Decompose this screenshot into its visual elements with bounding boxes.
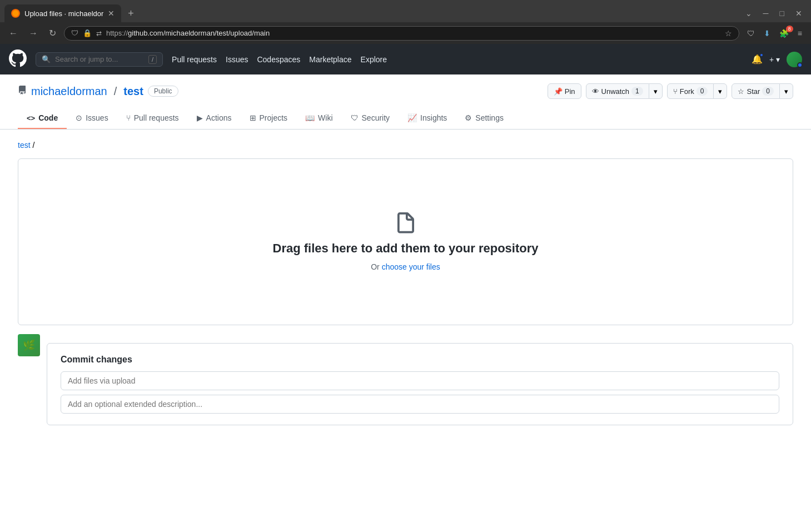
insights-tab-icon: 📈 xyxy=(407,113,417,122)
eye-icon: 👁 xyxy=(592,87,599,96)
unwatch-button[interactable]: 👁 Unwatch 1 xyxy=(586,83,649,99)
fork-button[interactable]: ⑂ Fork 0 xyxy=(667,83,714,99)
nav-explore[interactable]: Explore xyxy=(361,55,387,64)
active-tab[interactable]: Upload files · michaeldor ✕ xyxy=(4,4,121,22)
address-bar[interactable]: 🛡 🔒 ⇄ https://github.com/michaeldorman/t… xyxy=(64,26,739,41)
back-button[interactable]: ← xyxy=(6,26,21,41)
tab-title: Upload files · michaeldor xyxy=(24,9,103,18)
user-avatar-menu[interactable] xyxy=(787,52,802,67)
drop-zone-title: Drag files here to add them to your repo… xyxy=(273,241,539,256)
global-search[interactable]: 🔍 / xyxy=(36,52,163,67)
star-button[interactable]: ☆ Star 0 xyxy=(732,83,780,99)
tab-pull-requests[interactable]: ⑂ Pull requests xyxy=(117,108,188,129)
tab-insights[interactable]: 📈 Insights xyxy=(399,108,456,129)
github-header: 🔍 / Pull requests Issues Codespaces Mark… xyxy=(0,44,811,74)
github-logo[interactable] xyxy=(9,49,27,69)
commit-section: Commit changes xyxy=(47,343,793,425)
avatar-status-dot xyxy=(797,62,803,68)
tab-security[interactable]: 🛡 Security xyxy=(342,108,399,129)
unwatch-dropdown-button[interactable]: ▾ xyxy=(649,83,663,99)
actions-tab-icon: ▶ xyxy=(197,113,203,122)
notification-badge xyxy=(759,53,764,57)
file-drop-zone[interactable]: Drag files here to add them to your repo… xyxy=(18,158,793,325)
search-shortcut: / xyxy=(148,55,157,64)
minimize-button[interactable]: ─ xyxy=(759,7,773,20)
repo-header: michaeldorman / test Public 📌 Pin 👁 Unwa… xyxy=(0,74,811,130)
file-drop-icon xyxy=(395,212,417,235)
star-dropdown-button[interactable]: ▾ xyxy=(779,83,793,99)
pin-icon: 📌 xyxy=(554,87,563,96)
fork-group: ⑂ Fork 0 ▾ xyxy=(667,83,728,99)
commit-section-wrapper: 🌿 Commit changes xyxy=(18,334,793,425)
tab-issues[interactable]: ⊙ Issues xyxy=(67,108,117,129)
tab-settings[interactable]: ⚙ Settings xyxy=(456,108,513,129)
reload-button[interactable]: ↻ xyxy=(46,26,59,41)
search-icon: 🔍 xyxy=(42,55,51,63)
menu-button[interactable]: ≡ xyxy=(794,27,805,40)
security-icon: 🛡 xyxy=(71,29,78,37)
repo-separator: / xyxy=(114,85,117,98)
breadcrumb-separator: / xyxy=(33,141,35,150)
commit-description-input[interactable] xyxy=(61,395,779,414)
create-new-button[interactable]: + ▾ xyxy=(769,55,780,64)
unwatch-group: 👁 Unwatch 1 ▾ xyxy=(586,83,663,99)
new-tab-button[interactable]: + xyxy=(123,6,138,22)
commit-changes-title: Commit changes xyxy=(61,355,779,365)
extensions-button[interactable]: 🧩 8 xyxy=(776,27,792,40)
close-window-button[interactable]: ✕ xyxy=(791,7,807,20)
settings-tab-icon: ⚙ xyxy=(465,113,472,122)
tab-close-button[interactable]: ✕ xyxy=(108,9,115,18)
breadcrumb: test / xyxy=(18,141,793,150)
shield-button[interactable]: 🛡 xyxy=(744,27,758,40)
repo-visibility-badge: Public xyxy=(148,86,178,97)
fork-icon: ⑂ xyxy=(673,87,678,96)
repo-tabs: <> Code ⊙ Issues ⑂ Pull requests ▶ Actio… xyxy=(18,108,793,129)
main-content: test / Drag files here to add them to yo… xyxy=(0,130,811,436)
nav-issues[interactable]: Issues xyxy=(226,55,248,64)
notifications-bell[interactable]: 🔔 xyxy=(752,54,763,64)
repo-name-link[interactable]: test xyxy=(123,85,143,98)
download-button[interactable]: ⬇ xyxy=(760,27,774,40)
repo-icon xyxy=(18,86,27,97)
wiki-tab-icon: 📖 xyxy=(305,113,315,122)
nav-marketplace[interactable]: Marketplace xyxy=(309,55,351,64)
code-tab-icon: <> xyxy=(27,114,35,122)
lock-icon: 🔒 xyxy=(83,29,92,37)
connection-icon: ⇄ xyxy=(96,29,102,37)
maximize-button[interactable]: □ xyxy=(775,7,789,20)
repo-title-row: michaeldorman / test Public 📌 Pin 👁 Unwa… xyxy=(18,83,793,99)
tab-actions[interactable]: ▶ Actions xyxy=(188,108,241,129)
url-display: https://github.com/michaeldorman/test/up… xyxy=(106,29,720,37)
main-nav: Pull requests Issues Codespaces Marketpl… xyxy=(172,55,387,64)
bookmark-icon[interactable]: ☆ xyxy=(725,29,732,38)
forward-button[interactable]: → xyxy=(26,26,41,41)
issues-tab-icon: ⊙ xyxy=(76,113,82,122)
pr-tab-icon: ⑂ xyxy=(126,113,131,122)
header-right: 🔔 + ▾ xyxy=(752,52,802,67)
commit-inputs xyxy=(61,371,779,414)
search-input[interactable] xyxy=(55,55,144,63)
repo-actions: 📌 Pin 👁 Unwatch 1 ▾ ⑂ Fork 0 ▾ xyxy=(548,83,793,99)
commit-message-input[interactable] xyxy=(61,371,779,390)
user-avatar-area: 🌿 xyxy=(18,334,40,425)
drop-zone-subtitle: Or choose your files xyxy=(371,262,440,271)
star-icon: ☆ xyxy=(738,87,744,96)
pin-button[interactable]: 📌 Pin xyxy=(548,83,581,99)
nav-pull-requests[interactable]: Pull requests xyxy=(172,55,217,64)
tab-projects[interactable]: ⊞ Projects xyxy=(241,108,297,129)
commit-avatar: 🌿 xyxy=(18,334,40,356)
nav-codespaces[interactable]: Codespaces xyxy=(257,55,300,64)
tab-list-button[interactable]: ⌄ xyxy=(741,7,757,20)
projects-tab-icon: ⊞ xyxy=(250,113,256,122)
repo-owner-link[interactable]: michaeldorman xyxy=(31,85,107,98)
tab-favicon xyxy=(11,9,20,18)
star-group: ☆ Star 0 ▾ xyxy=(732,83,793,99)
fork-dropdown-button[interactable]: ▾ xyxy=(713,83,727,99)
security-tab-icon: 🛡 xyxy=(351,113,359,122)
tab-code[interactable]: <> Code xyxy=(18,108,67,129)
choose-files-link[interactable]: choose your files xyxy=(382,262,440,271)
breadcrumb-repo-link[interactable]: test xyxy=(18,141,31,150)
tab-wiki[interactable]: 📖 Wiki xyxy=(296,108,341,129)
